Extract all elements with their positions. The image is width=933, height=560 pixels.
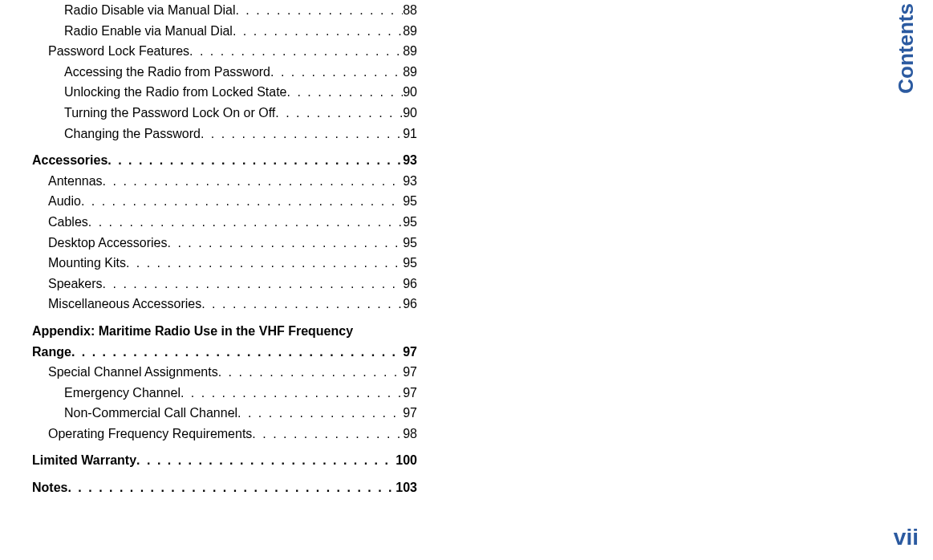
toc-dots	[67, 477, 396, 498]
page-number: vii	[894, 525, 919, 550]
toc-entry-page: 89	[403, 41, 417, 62]
toc-dots	[71, 342, 403, 363]
toc-entry-label: Speakers	[48, 274, 103, 294]
toc-page: Radio Disable via Manual Dial88Radio Ena…	[0, 0, 449, 498]
toc-entry-label-line1: Appendix: Maritime Radio Use in the VHF …	[32, 321, 417, 342]
toc-entry: Radio Enable via Manual Dial89	[64, 21, 417, 42]
toc-entry-label: Accessing the Radio from Password	[64, 62, 270, 83]
toc-entry-label: Turning the Password Lock On or Off	[64, 103, 275, 124]
toc-entry: Miscellaneous Accessories96	[48, 294, 417, 314]
toc-dots	[233, 21, 403, 42]
toc-entry-label: Audio	[48, 191, 81, 212]
toc-entry-label: Antennas	[48, 171, 103, 192]
toc-dots	[201, 294, 403, 314]
toc-dots	[218, 362, 404, 383]
toc-entry-page: 97	[403, 403, 417, 424]
toc-entry: Accessing the Radio from Password89	[64, 62, 417, 83]
toc-entry-label: Accessories	[32, 150, 107, 171]
toc-dots	[270, 62, 403, 83]
toc-entry-page: 89	[403, 62, 417, 83]
toc-entry-label: Emergency Channel	[64, 383, 181, 404]
toc-entry-page: 103	[396, 477, 417, 498]
toc-entry: Desktop Accessories95	[48, 233, 417, 254]
toc-entry: Antennas93	[48, 171, 417, 192]
toc-entry-label: Non-Commercial Call Channel	[64, 403, 237, 424]
toc-entry: Radio Disable via Manual Dial88	[64, 0, 417, 21]
toc-dots	[275, 103, 403, 124]
toc-entry: Range97	[32, 342, 417, 363]
toc-entry-label: Desktop Accessories	[48, 233, 168, 254]
toc-dots	[201, 124, 403, 144]
toc-dots	[88, 212, 403, 233]
toc-entry-label: Changing the Password	[64, 124, 201, 144]
toc-entry: Mounting Kits95	[48, 253, 417, 274]
toc-entry: Speakers96	[48, 274, 417, 294]
toc-entry-page: 90	[403, 103, 417, 124]
toc-entry-page: 88	[403, 0, 417, 21]
toc-dots	[181, 383, 403, 404]
toc-entry-page: 90	[403, 82, 417, 103]
toc-entry: Audio95	[48, 191, 417, 212]
toc-entry-page: 89	[403, 21, 417, 42]
toc-dots	[81, 191, 403, 212]
toc-entry-label: Cables	[48, 212, 88, 233]
toc-dots	[103, 274, 404, 294]
toc-entry-page: 95	[403, 253, 417, 274]
toc-entry: Notes103	[32, 477, 417, 498]
toc-dots	[237, 403, 403, 424]
toc-entry-label: Notes	[32, 477, 67, 498]
toc-entry-page: 97	[403, 362, 417, 383]
toc-entry-label: Miscellaneous Accessories	[48, 294, 201, 314]
toc-entry-page: 91	[403, 124, 417, 144]
toc-entry-page: 95	[403, 212, 417, 233]
toc-entry-label: Radio Disable via Manual Dial	[64, 0, 235, 21]
toc-entry: Non-Commercial Call Channel97	[64, 403, 417, 424]
toc-entry-page: 100	[396, 450, 417, 471]
toc-entry-label: Limited Warranty	[32, 450, 136, 471]
toc-dots	[286, 82, 403, 103]
toc-dots	[103, 171, 404, 192]
toc-entry-label: Unlocking the Radio from Locked State	[64, 82, 286, 103]
toc-dots	[235, 0, 403, 21]
toc-entry: Cables95	[48, 212, 417, 233]
toc-entry: Unlocking the Radio from Locked State90	[64, 82, 417, 103]
toc-entry: Changing the Password91	[64, 124, 417, 144]
toc-entry-page: 95	[403, 191, 417, 212]
toc-dots	[252, 424, 403, 444]
toc-entry-label: Mounting Kits	[48, 253, 126, 274]
toc-entry: Special Channel Assignments97	[48, 362, 417, 383]
toc-entry-label: Password Lock Features	[48, 41, 189, 62]
toc-dots	[107, 150, 403, 171]
toc-entry-page: 96	[403, 274, 417, 294]
toc-entry-label: Operating Frequency Requirements	[48, 424, 252, 444]
toc-entry: Emergency Channel97	[64, 383, 417, 404]
toc-entry: Operating Frequency Requirements98	[48, 424, 417, 444]
toc-entry-page: 95	[403, 233, 417, 254]
toc-dots	[189, 41, 403, 62]
toc-entry-page: 97	[403, 383, 417, 404]
toc-entry-label: Radio Enable via Manual Dial	[64, 21, 233, 42]
toc-entry-label: Special Channel Assignments	[48, 362, 218, 383]
toc-entry-page: 93	[403, 171, 417, 192]
toc-entry: Accessories93	[32, 150, 417, 171]
toc-entry: Password Lock Features89	[48, 41, 417, 62]
toc-entry-page: 96	[403, 294, 417, 314]
toc-dots	[168, 233, 404, 254]
toc-entry-page: 97	[403, 342, 417, 363]
toc-entry-page: 98	[403, 424, 417, 444]
toc-dots	[126, 253, 403, 274]
toc-dots	[136, 450, 396, 471]
toc-entry-page: 93	[403, 150, 417, 171]
toc-entry: Limited Warranty100	[32, 450, 417, 471]
side-tab-label: Contents	[894, 3, 919, 94]
toc-entry: Turning the Password Lock On or Off90	[64, 103, 417, 124]
toc-entry-label: Range	[32, 342, 71, 363]
